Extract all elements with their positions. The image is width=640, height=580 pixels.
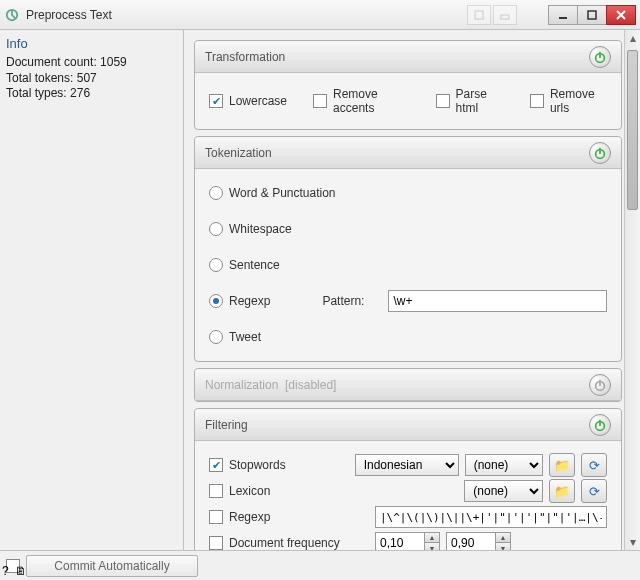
aux-button-2[interactable] bbox=[493, 5, 517, 25]
docfreq-max-spinner[interactable]: ▲▼ bbox=[496, 532, 511, 550]
section-title: Tokenization bbox=[205, 146, 589, 160]
label-whitespace: Whitespace bbox=[229, 222, 292, 236]
label-sentence: Sentence bbox=[229, 258, 280, 272]
power-toggle-transformation[interactable] bbox=[589, 46, 611, 68]
radio-word-punct[interactable] bbox=[209, 186, 223, 200]
app-icon bbox=[4, 7, 20, 23]
lexicon-browse-button[interactable]: 📁 bbox=[549, 479, 575, 503]
minimize-button[interactable] bbox=[548, 5, 578, 25]
docfreq-min-spinner[interactable]: ▲▼ bbox=[425, 532, 440, 550]
section-title: Transformation bbox=[205, 50, 589, 64]
close-button[interactable] bbox=[606, 5, 636, 25]
section-normalization: Normalization [disabled] bbox=[194, 368, 622, 402]
label-remove-urls: Remove urls bbox=[550, 87, 607, 115]
checkbox-filter-regexp[interactable] bbox=[209, 510, 223, 524]
label-regexp: Regexp bbox=[229, 294, 270, 308]
scroll-up-arrow[interactable]: ▴ bbox=[625, 30, 640, 46]
folder-icon: 📁 bbox=[554, 484, 570, 499]
svg-rect-2 bbox=[501, 15, 509, 19]
aux-button-1[interactable] bbox=[467, 5, 491, 25]
label-filter-regexp: Regexp bbox=[229, 510, 369, 524]
pattern-label: Pattern: bbox=[322, 294, 382, 308]
disabled-tag: [disabled] bbox=[285, 378, 336, 392]
label-word-punct: Word & Punctuation bbox=[229, 186, 336, 200]
maximize-button[interactable] bbox=[577, 5, 607, 25]
docfreq-max-input[interactable] bbox=[446, 532, 496, 550]
folder-icon: 📁 bbox=[554, 458, 570, 473]
checkbox-remove-urls[interactable] bbox=[530, 94, 544, 108]
report-icon[interactable]: 🗎 bbox=[15, 564, 27, 578]
power-toggle-filtering[interactable] bbox=[589, 414, 611, 436]
reload-icon: ⟳ bbox=[589, 484, 600, 499]
power-toggle-tokenization[interactable] bbox=[589, 142, 611, 164]
scroll-down-arrow[interactable]: ▾ bbox=[625, 534, 640, 550]
section-title: Normalization bbox=[205, 378, 278, 392]
label-lowercase: Lowercase bbox=[229, 94, 287, 108]
info-doc-count: Document count: 1059 bbox=[6, 55, 177, 71]
checkbox-lowercase[interactable]: ✔ bbox=[209, 94, 223, 108]
svg-rect-1 bbox=[475, 11, 483, 19]
label-stopwords: Stopwords bbox=[229, 458, 349, 472]
section-transformation: Transformation ✔Lowercase Remove accents… bbox=[194, 40, 622, 130]
radio-sentence[interactable] bbox=[209, 258, 223, 272]
info-heading: Info bbox=[6, 36, 177, 51]
checkbox-docfreq[interactable] bbox=[209, 536, 223, 550]
radio-whitespace[interactable] bbox=[209, 222, 223, 236]
lexicon-file-select[interactable]: (none) bbox=[464, 480, 543, 502]
info-total-tokens: Total tokens: 507 bbox=[6, 71, 177, 87]
footer: Commit Automatically bbox=[0, 550, 640, 580]
stopwords-reload-button[interactable]: ⟳ bbox=[581, 453, 607, 477]
section-tokenization: Tokenization Word & Punctuation Whitespa… bbox=[194, 136, 622, 362]
help-icon[interactable]: ? bbox=[2, 564, 9, 578]
label-lexicon: Lexicon bbox=[229, 484, 349, 498]
info-total-types: Total types: 276 bbox=[6, 86, 177, 102]
window-title: Preprocess Text bbox=[26, 8, 467, 22]
checkbox-remove-accents[interactable] bbox=[313, 94, 327, 108]
lexicon-reload-button[interactable]: ⟳ bbox=[581, 479, 607, 503]
docfreq-min-input[interactable] bbox=[375, 532, 425, 550]
stopwords-language-select[interactable]: Indonesian bbox=[355, 454, 459, 476]
radio-regexp[interactable] bbox=[209, 294, 223, 308]
commit-button[interactable]: Commit Automatically bbox=[26, 555, 198, 577]
filter-regexp-input[interactable] bbox=[375, 506, 607, 528]
scrollbar-thumb[interactable] bbox=[627, 50, 638, 210]
label-docfreq: Document frequency bbox=[229, 536, 369, 550]
section-filtering: Filtering ✔ Stopwords Indonesian (none) … bbox=[194, 408, 622, 550]
checkbox-parse-html[interactable] bbox=[436, 94, 450, 108]
checkbox-stopwords[interactable]: ✔ bbox=[209, 458, 223, 472]
titlebar: Preprocess Text bbox=[0, 0, 640, 30]
label-tweet: Tweet bbox=[229, 330, 261, 344]
pattern-input[interactable] bbox=[388, 290, 607, 312]
stopwords-file-select[interactable]: (none) bbox=[465, 454, 543, 476]
checkbox-lexicon[interactable] bbox=[209, 484, 223, 498]
sidebar: Info Document count: 1059 Total tokens: … bbox=[0, 30, 184, 550]
label-parse-html: Parse html bbox=[456, 87, 504, 115]
vertical-scrollbar[interactable]: ▴ ▾ bbox=[624, 30, 640, 550]
power-toggle-normalization[interactable] bbox=[589, 374, 611, 396]
reload-icon: ⟳ bbox=[589, 458, 600, 473]
stopwords-browse-button[interactable]: 📁 bbox=[549, 453, 575, 477]
svg-rect-4 bbox=[588, 11, 596, 19]
label-remove-accents: Remove accents bbox=[333, 87, 410, 115]
window-controls bbox=[549, 5, 636, 25]
radio-tweet[interactable] bbox=[209, 330, 223, 344]
section-title: Filtering bbox=[205, 418, 589, 432]
